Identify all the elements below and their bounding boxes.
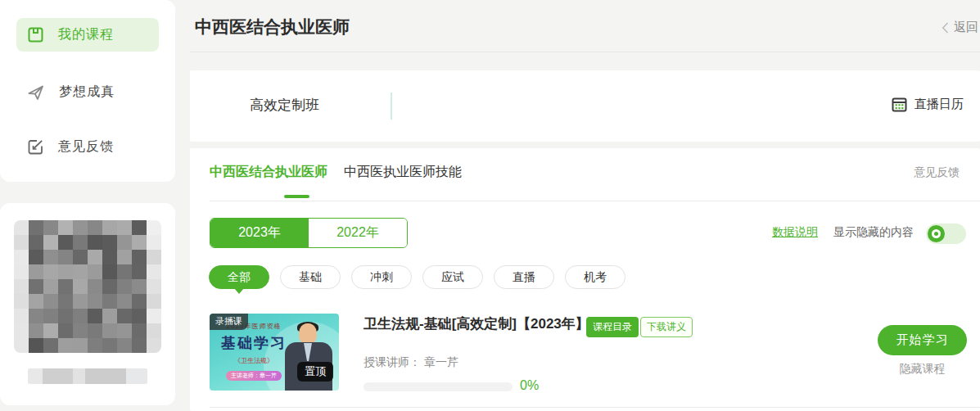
sidebar-item-label: 意见反馈 — [58, 138, 114, 156]
edit-feedback-icon — [27, 138, 44, 156]
active-tab-indicator — [284, 195, 309, 198]
sidebar-item-dreams[interactable]: 梦想成真 — [16, 75, 159, 109]
sidebar-nav: 我的课程 梦想成真 意见反馈 — [0, 0, 175, 182]
thumbnail-text-block: 2023年医师资格 基础学习 《卫生法规》 主讲老师：章一芹 — [215, 322, 293, 381]
download-handout-badge[interactable]: 下载讲义 — [640, 317, 693, 337]
bookmark-courses-icon — [27, 26, 44, 43]
year-tab-2022[interactable]: 2022年 — [309, 219, 407, 247]
filter-exam[interactable]: 应试 — [422, 265, 483, 289]
thumb-teacher-line: 主讲老师：章一芹 — [226, 371, 282, 381]
sidebar-qr-card — [0, 203, 175, 405]
course-panel: 中西医结合执业医师 中西医执业医师技能 意见反馈 2023年 2022年 数据说… — [190, 148, 980, 411]
live-calendar-label: 直播日历 — [915, 97, 964, 112]
filter-computer-test[interactable]: 机考 — [565, 265, 625, 289]
chevron-left-icon — [942, 22, 949, 34]
paper-plane-icon — [27, 84, 45, 102]
filter-live[interactable]: 直播 — [494, 265, 554, 289]
back-button[interactable]: 返回 — [942, 20, 978, 35]
course-catalog-badge[interactable]: 课程目录 — [586, 317, 639, 337]
course-row-divider — [210, 407, 980, 408]
year-tab-2023[interactable]: 2023年 — [210, 219, 309, 247]
tab-integrated-physician[interactable]: 中西医结合执业医师 — [210, 164, 327, 181]
course-title[interactable]: 卫生法规-基础[高效定制]【2023年】 — [364, 314, 589, 333]
filter-all[interactable]: 全部 — [209, 265, 269, 289]
instructor-name: 章一芹 — [424, 355, 458, 368]
tab-physician-skills[interactable]: 中西医执业医师技能 — [344, 164, 462, 181]
blurred-qr-caption — [28, 368, 147, 384]
feedback-link[interactable]: 意见反馈 — [914, 165, 960, 180]
course-thumbnail[interactable]: 2023年医师资格 基础学习 《卫生法规》 主讲老师：章一芹 录播课 置顶 — [210, 314, 339, 391]
calendar-icon — [892, 97, 907, 112]
class-divider — [391, 93, 392, 120]
data-note-link[interactable]: 数据说明 — [772, 225, 818, 240]
hide-course-link[interactable]: 隐藏课程 — [878, 362, 967, 377]
instructor-line: 授课讲师： 章一芹 — [364, 355, 458, 370]
recorded-course-badge: 录播课 — [210, 314, 248, 330]
class-card: 高效定制班 直播日历 — [190, 70, 980, 142]
progress-percent: 0% — [520, 378, 539, 393]
sidebar-item-label: 我的课程 — [58, 26, 114, 43]
thumb-title-line: 基础学习 — [215, 333, 293, 353]
instructor-label: 授课讲师： — [364, 355, 421, 368]
filter-basic[interactable]: 基础 — [280, 265, 341, 289]
progress-bar — [364, 382, 513, 391]
filter-pills: 全部 基础 冲刺 应试 直播 机考 — [209, 265, 625, 289]
class-name[interactable]: 高效定制班 — [250, 96, 319, 115]
filter-sprint[interactable]: 冲刺 — [351, 265, 412, 289]
toggle-knob — [928, 225, 945, 242]
pinned-badge: 置顶 — [297, 362, 333, 382]
show-hidden-toggle[interactable] — [926, 224, 966, 244]
start-learning-button[interactable]: 开始学习 — [878, 325, 967, 355]
sidebar-item-label: 梦想成真 — [59, 84, 115, 101]
thumb-subject-line: 《卫生法规》 — [215, 356, 293, 365]
page-title: 中西医结合执业医师 — [195, 16, 350, 38]
back-label: 返回 — [954, 20, 978, 35]
blurred-qr-code — [14, 220, 161, 353]
sidebar-item-my-courses[interactable]: 我的课程 — [16, 18, 159, 52]
sidebar-item-feedback[interactable]: 意见反馈 — [16, 130, 159, 164]
tabs-divider — [210, 201, 980, 201]
year-selector: 2023年 2022年 — [210, 218, 408, 248]
live-calendar-button[interactable]: 直播日历 — [892, 97, 964, 112]
header-divider — [190, 52, 980, 52]
show-hidden-label: 显示隐藏的内容 — [833, 225, 914, 240]
